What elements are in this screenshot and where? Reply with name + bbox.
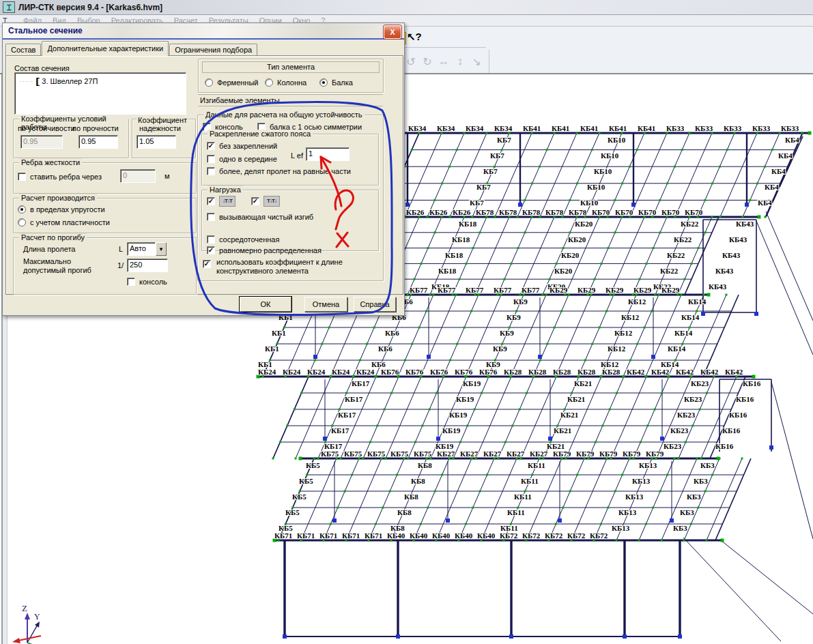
window-title: ЛИР-СТК версия 9.4 - [Karkas6.hvm] xyxy=(18,3,162,12)
tab-sostav[interactable]: Состав xyxy=(5,44,41,56)
beam-label: КБ24 xyxy=(258,368,276,376)
beam-label: КБ21 xyxy=(574,379,592,387)
ribs-step-field[interactable]: 0 xyxy=(120,169,156,183)
toolbar-icon-1[interactable]: ↺ xyxy=(403,52,419,71)
beam-label: КБ8 xyxy=(404,493,418,501)
beam-label: КБ11 xyxy=(521,477,539,485)
toolbar-icon-2[interactable]: ↻ xyxy=(419,52,436,71)
beam-label: КБ12 xyxy=(608,345,626,353)
beam-label: КБ21 xyxy=(554,426,571,435)
beam-label: КБ79 xyxy=(576,450,595,458)
context-help-icon[interactable]: ↖? xyxy=(407,31,427,46)
beam-label: КБ70 xyxy=(638,208,657,216)
beam-label: КБ40 xyxy=(477,531,496,540)
radio-truss[interactable]: Ферменный xyxy=(205,78,258,87)
composition-listbox[interactable]: ····· [ 3. Швеллер 27П xyxy=(14,72,186,115)
span-prefix: L xyxy=(119,245,123,253)
beam-label: КБ28 xyxy=(528,368,547,376)
dialog-titlebar[interactable]: Стальное сечение xyxy=(3,23,404,40)
console-checkbox-left[interactable]: консоль xyxy=(127,277,167,287)
one-in-middle-checkbox[interactable]: одно в середине xyxy=(207,154,277,164)
strength-coeff-field[interactable]: 0.95 xyxy=(79,135,118,149)
checkbox-box xyxy=(207,155,215,163)
beam-label: КБ78 xyxy=(569,208,587,216)
beam-label: КБ22 xyxy=(667,251,685,259)
concentrated-label: сосредоточенная xyxy=(219,235,279,244)
beam-label: КБ6 xyxy=(378,345,393,353)
ribs-checkbox[interactable]: ставить ребра через xyxy=(18,172,102,181)
beam-label: КБ76 xyxy=(430,368,448,376)
use-length-coeff-checkbox[interactable]: ✓ xyxy=(203,259,211,269)
cancel-button[interactable]: Отмена xyxy=(304,297,347,312)
beam-label: КБ43 xyxy=(722,251,741,259)
beam-label: КБ29 xyxy=(605,286,624,294)
load-top-flange-checkbox[interactable]: ✓ ↓Т↓Т xyxy=(207,196,236,206)
beam-label: КБ78 xyxy=(499,208,517,216)
beam-label: КБ76 xyxy=(455,368,473,376)
beam-label: КБ41 xyxy=(638,124,655,132)
beam-label: КБ7 xyxy=(497,136,511,144)
toolbar-icon-5[interactable]: ↘ xyxy=(468,52,485,71)
beam-label: КБ13 xyxy=(612,524,630,532)
radio-plastic[interactable]: с учетом пластичности xyxy=(18,218,110,227)
radio-truss-label: Ферменный xyxy=(217,78,258,87)
list-item[interactable]: ····· [ 3. Швеллер 27П xyxy=(17,74,184,85)
reliability-field[interactable]: 1.05 xyxy=(137,135,176,149)
beam-label: КБ72 xyxy=(522,531,541,540)
radio-circle xyxy=(265,78,273,87)
bracing-title: Раскрепление сжатого пояса xyxy=(208,130,313,138)
lef-field[interactable]: 1 xyxy=(306,147,350,161)
radio-beam[interactable]: Балка xyxy=(319,78,353,87)
radio-elastic-label: в пределах упругости xyxy=(30,205,105,214)
beam-label: КБ23 xyxy=(664,442,682,450)
beam-label: КБ18 xyxy=(459,220,477,228)
beam-label: КБ29 xyxy=(633,286,652,294)
radio-circle xyxy=(18,205,26,214)
beam-label: КБ33 xyxy=(666,124,685,132)
beam-label: КБ72 xyxy=(590,531,608,540)
window-titlebar[interactable]: ⌶ ЛИР-СТК версия 9.4 - [Karkas6.hvm] xyxy=(0,0,813,15)
beam-label: КБ7 xyxy=(476,183,491,191)
beam-label: КБ1 xyxy=(265,345,279,353)
beam-label: КБ72 xyxy=(567,531,586,540)
stability-coeff-field[interactable]: 0.95 xyxy=(20,135,63,149)
radio-column[interactable]: Колонна xyxy=(265,78,306,87)
radio-plastic-label: с учетом пластичности xyxy=(30,218,110,226)
tab-selection-limits[interactable]: Ограничения подбора xyxy=(169,44,257,56)
toolbar-icon-3[interactable]: ↔ xyxy=(436,52,452,71)
beam-label: КБ10 xyxy=(594,167,612,175)
application-window: { "window": { "title": "ЛИР-СТК версия 9… xyxy=(0,0,813,644)
concentrated-checkbox[interactable]: сосредоточенная xyxy=(207,235,279,244)
load-bottom-flange-checkbox[interactable]: ✓ Т↓Т↓ xyxy=(251,196,280,206)
pure-bending-checkbox[interactable]: вызывающая чистый изгиб xyxy=(207,212,313,222)
stability-coeff-label: по устойчивости xyxy=(18,124,75,132)
help-button[interactable]: Справка xyxy=(354,297,396,312)
tab-additional-characteristics[interactable]: Дополнительные характеристики xyxy=(42,41,169,56)
bending-elements-note: Изгибаемые элементы xyxy=(198,94,383,106)
chevron-down-icon[interactable]: ▼ xyxy=(156,242,167,256)
close-icon[interactable]: X xyxy=(384,25,401,39)
beam-label: КБ40 xyxy=(387,531,405,540)
reliability-title-2: надежности xyxy=(139,124,181,132)
beam-label: КБ20 xyxy=(575,220,593,228)
max-deflection-field[interactable]: 250 xyxy=(127,259,168,272)
beam-label: КБ75 xyxy=(390,450,409,458)
radio-column-label: Колонна xyxy=(277,78,306,87)
more-divide-span-checkbox[interactable]: более, делят пролет на равные части xyxy=(207,166,351,176)
radio-elastic[interactable]: в пределах упругости xyxy=(18,205,105,214)
beam-label: КБ17 xyxy=(345,395,363,403)
beam-label: КБ11 xyxy=(528,461,545,469)
no-bracing-checkbox[interactable]: ✓ без закреплений xyxy=(207,141,277,151)
toolbar-icon-4[interactable]: ↕ xyxy=(452,52,468,71)
ribs-title: Ребра жесткости xyxy=(19,158,82,166)
radio-circle xyxy=(205,78,213,87)
uniform-distributed-checkbox[interactable]: ✓ равномерно распределенная xyxy=(207,246,322,255)
beam-label: КБ75 xyxy=(367,450,386,458)
span-length-combo[interactable]: Авто ▼ xyxy=(127,242,167,256)
deflection-title: Расчет по прогибу xyxy=(19,233,87,241)
beam-label: КБ7 xyxy=(483,167,498,175)
beam-label: КБ11 xyxy=(514,493,532,501)
beam-label: КБ9 xyxy=(513,297,528,306)
ok-button[interactable]: ОК xyxy=(240,297,291,312)
beam-label: КБ12 xyxy=(614,329,633,337)
